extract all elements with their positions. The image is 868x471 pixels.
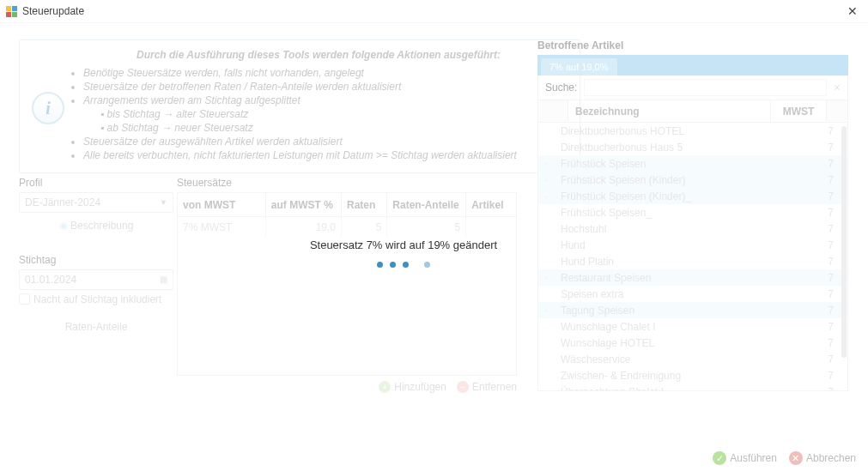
article-name: Hund (554, 239, 792, 251)
row-marker: ◦ (538, 305, 554, 317)
article-row[interactable]: Wunschlage HOTEL7 (538, 335, 847, 351)
article-row[interactable]: Hund7 (538, 237, 847, 253)
check-icon: ✓ (713, 451, 726, 465)
app-icon (5, 5, 17, 17)
tab-strip: 7% auf 19,0% (537, 55, 848, 75)
article-row[interactable]: Wäscheservice7 (538, 351, 847, 367)
article-vat: 7 (792, 207, 841, 219)
article-vat: 7 (792, 337, 841, 349)
profile-value: DE-Jänner-2024 (25, 193, 100, 212)
article-row[interactable]: ◦Frühstück Speisen7 (538, 155, 847, 172)
rate-shares-button[interactable]: Raten-Anteile (19, 317, 173, 336)
article-row[interactable]: Direktbucherbonus HOTEL7 (538, 123, 847, 139)
info-subline: bis Stichtag → alter Steuersatz (100, 107, 568, 121)
article-vat: 7 (792, 190, 841, 202)
remove-button[interactable]: − Entfernen (457, 381, 517, 393)
info-panel: i Durch die Ausführung dieses Tools werd… (19, 39, 580, 173)
article-row[interactable]: ◦Restaurant Speisen7 (538, 269, 847, 286)
article-row[interactable]: ◦Frühstück Speisen (Kinder)_7 (538, 188, 847, 204)
search-label: Suche: (545, 82, 577, 94)
rates-row[interactable]: 7% MWST 19,0 5 5 (178, 217, 516, 238)
article-name: Frühstück Speisen (Kinder)_ (554, 190, 792, 202)
article-vat: 7 (792, 223, 841, 235)
article-row[interactable]: Übernachtung Chalet I7 (538, 383, 847, 390)
footer: ✓ Ausführen ✕ Abbrechen (0, 445, 868, 471)
articles-grid: Bezeichnung MWST Direktbucherbonus HOTEL… (537, 100, 848, 391)
titlebar: Steuerupdate ✕ (0, 0, 868, 23)
article-name: Hund Platin (554, 256, 792, 268)
article-row[interactable]: ◦Frühstück Speisen (Kinder)7 (538, 172, 847, 188)
col-raten-anteile[interactable]: Raten-Anteile (387, 193, 466, 217)
article-name: Speisen extra (554, 288, 792, 300)
profile-label: Profil (19, 177, 173, 189)
article-name: Restaurant Speisen (554, 272, 792, 284)
article-row[interactable]: Hund Platin7 (538, 253, 847, 269)
info-subline: ab Stichtag → neuer Steuersatz (100, 121, 568, 135)
article-vat: 7 (792, 370, 841, 382)
clear-search-icon[interactable]: × (834, 81, 841, 94)
article-vat: 7 (792, 142, 841, 154)
article-name: Direktbucherbonus Haus 5 (554, 142, 792, 154)
article-row[interactable]: Speisen extra7 (538, 286, 847, 302)
col-raten[interactable]: Raten (342, 193, 387, 217)
stichtag-label: Stichtag (19, 254, 173, 266)
stichtag-value: 01.01.2024 (25, 270, 76, 289)
row-marker: ◦ (538, 190, 554, 202)
row-marker: ◦ (538, 158, 554, 170)
article-vat: 7 (792, 239, 841, 251)
run-button[interactable]: ✓ Ausführen (713, 451, 777, 465)
article-row[interactable]: Frühstück Speisen_7 (538, 204, 847, 220)
article-name: Wäscheservice (554, 353, 792, 365)
article-row[interactable]: Wunschlage Chalet I7 (538, 318, 847, 335)
cancel-icon: ✕ (789, 451, 803, 465)
tab-rate[interactable]: 7% auf 19,0% (541, 58, 617, 75)
article-name: Wunschlage Chalet I (554, 321, 792, 333)
close-button[interactable]: ✕ (842, 0, 863, 22)
cancel-button[interactable]: ✕ Abbrechen (789, 451, 856, 465)
article-name: Wunschlage HOTEL (554, 337, 792, 349)
search-input[interactable] (584, 79, 826, 96)
article-vat: 7 (792, 272, 841, 284)
minus-icon: − (457, 381, 469, 393)
article-vat: 7 (792, 386, 841, 391)
plus-icon: + (379, 381, 391, 393)
article-vat: 7 (792, 158, 841, 170)
article-name: Zwischen- & Endreinigung (554, 370, 792, 382)
article-name: Frühstück Speisen (Kinder) (554, 174, 792, 186)
add-button[interactable]: + Hinzufügen (379, 381, 446, 393)
col-von-mwst[interactable]: von MWST (178, 193, 266, 217)
col-artikel[interactable]: Artikel (466, 193, 516, 217)
article-row[interactable]: Zwischen- & Endreinigung7 (538, 367, 847, 383)
info-line: Alle bereits verbuchten, nicht fakturier… (83, 148, 568, 162)
article-vat: 7 (792, 321, 841, 333)
info-headline: Durch die Ausführung dieses Tools werden… (70, 49, 568, 61)
rates-label: Steuersätze (177, 177, 517, 189)
rates-grid: von MWST auf MWST % Raten Raten-Anteile … (177, 192, 517, 376)
stichtag-input[interactable]: 01.01.2024 ▦ (19, 269, 173, 290)
article-row[interactable]: Direktbucherbonus Haus 57 (538, 139, 847, 155)
calendar-icon: ▦ (160, 270, 167, 289)
article-name: Direktbucherbonus HOTEL (554, 125, 792, 137)
article-name: Frühstück Speisen_ (554, 207, 792, 219)
article-vat: 7 (792, 256, 841, 268)
article-row[interactable]: ◦Tagung Speisen7 (538, 302, 847, 318)
info-icon: i (32, 92, 64, 124)
scrollbar-thumb[interactable] (841, 126, 847, 358)
description-button[interactable]: Beschreibung (19, 216, 173, 235)
row-marker: ◦ (538, 272, 554, 284)
profile-combobox[interactable]: DE-Jänner-2024 ▼ (19, 192, 173, 213)
article-name: Übernachtung Chalet I (554, 386, 792, 391)
night-checkbox[interactable]: Nacht auf Stichtag inkludiert (19, 293, 173, 305)
chevron-down-icon: ▼ (160, 193, 167, 212)
window-title: Steuerupdate (22, 0, 842, 22)
row-marker: ◦ (538, 174, 554, 186)
col-auf-mwst[interactable]: auf MWST % (266, 193, 342, 217)
article-name: Frühstück Speisen (554, 158, 792, 170)
col-bezeichnung[interactable]: Bezeichnung (568, 100, 771, 123)
col-check[interactable] (538, 100, 568, 123)
info-line: Steuersätze der ausgewählten Artikel wer… (83, 135, 568, 148)
info-line: Steuersätze der betroffenen Raten / Rate… (83, 80, 568, 94)
col-mwst[interactable]: MWST (771, 100, 827, 123)
article-row[interactable]: Hochstuhl7 (538, 220, 847, 237)
article-name: Tagung Speisen (554, 305, 792, 317)
